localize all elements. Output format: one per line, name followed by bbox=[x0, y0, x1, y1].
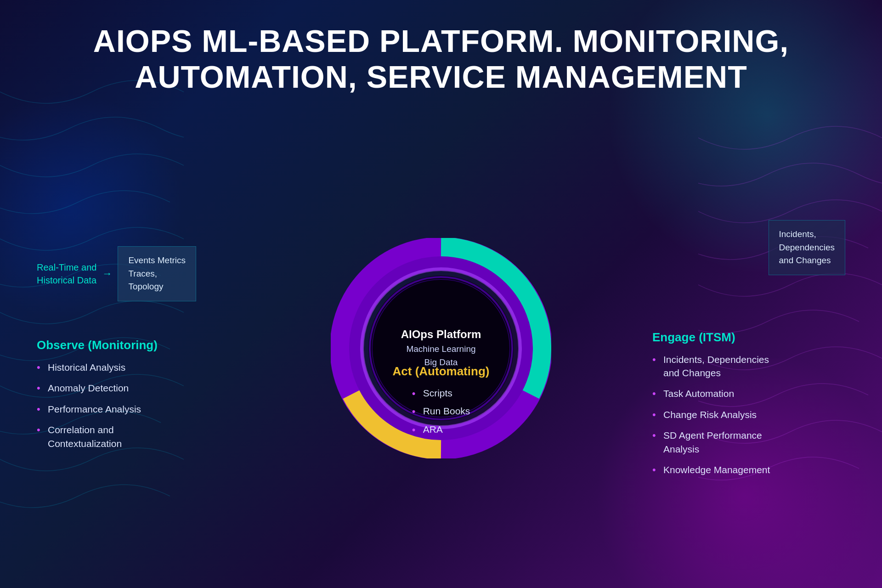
list-item: Incidents, Dependenciesand Changes bbox=[652, 353, 845, 380]
list-item: Scripts bbox=[412, 386, 470, 401]
act-list: Scripts Run Books ARA bbox=[412, 386, 470, 441]
act-section: Act (Automating) Scripts Run Books ARA bbox=[349, 364, 533, 441]
list-item: SD Agent PerformanceAnalysis bbox=[652, 429, 845, 456]
events-metrics-box: Events MetricsTraces,Topology bbox=[118, 246, 196, 301]
platform-label: AIOps Platform bbox=[401, 328, 481, 341]
list-item: Historical Analysis bbox=[37, 361, 211, 374]
right-section: Incidents,Dependenciesand Changes Engage… bbox=[652, 108, 845, 588]
list-item: Correlation andContextualization bbox=[37, 423, 211, 450]
arrow-icon: → bbox=[102, 268, 112, 280]
list-item: Anomaly Detection bbox=[37, 381, 211, 395]
observe-list: Historical Analysis Anomaly Detection Pe… bbox=[37, 361, 211, 450]
page-title: AIOPS ML-BASED PLATFORM. MONITORING, AUT… bbox=[47, 0, 835, 108]
observe-section: Observe (Monitoring) Historical Analysis… bbox=[37, 338, 211, 450]
list-item: Performance Analysis bbox=[37, 402, 211, 416]
engage-top: Incidents,Dependenciesand Changes bbox=[652, 220, 845, 303]
list-item: ARA bbox=[412, 422, 470, 437]
observe-title: Observe (Monitoring) bbox=[37, 338, 211, 352]
list-item: Run Books bbox=[412, 404, 470, 418]
act-title: Act (Automating) bbox=[349, 364, 533, 379]
diagram-area: Real-Time andHistorical Data → Events Me… bbox=[0, 108, 882, 588]
data-flow-label: Real-Time andHistorical Data bbox=[37, 261, 96, 287]
list-item: Task Automation bbox=[652, 387, 845, 400]
incidents-box: Incidents,Dependenciesand Changes bbox=[769, 220, 845, 275]
list-item: Knowledge Management bbox=[652, 463, 845, 476]
main-content: AIOPS ML-BASED PLATFORM. MONITORING, AUT… bbox=[0, 0, 882, 588]
circle-center-text: AIOps Platform Machine Learning Big Data bbox=[401, 328, 481, 369]
left-section: Real-Time andHistorical Data → Events Me… bbox=[37, 108, 211, 588]
ml-label: Machine Learning bbox=[401, 343, 481, 356]
engage-list: Incidents, Dependenciesand Changes Task … bbox=[652, 353, 845, 477]
engage-title: Engage (ITSM) bbox=[652, 330, 845, 345]
list-item: Change Risk Analysis bbox=[652, 408, 845, 421]
center-circle-section: AIOps Platform Machine Learning Big Data… bbox=[331, 238, 551, 458]
engage-section: Engage (ITSM) Incidents, Dependenciesand… bbox=[652, 330, 845, 477]
data-flow: Real-Time andHistorical Data → Events Me… bbox=[37, 246, 211, 301]
